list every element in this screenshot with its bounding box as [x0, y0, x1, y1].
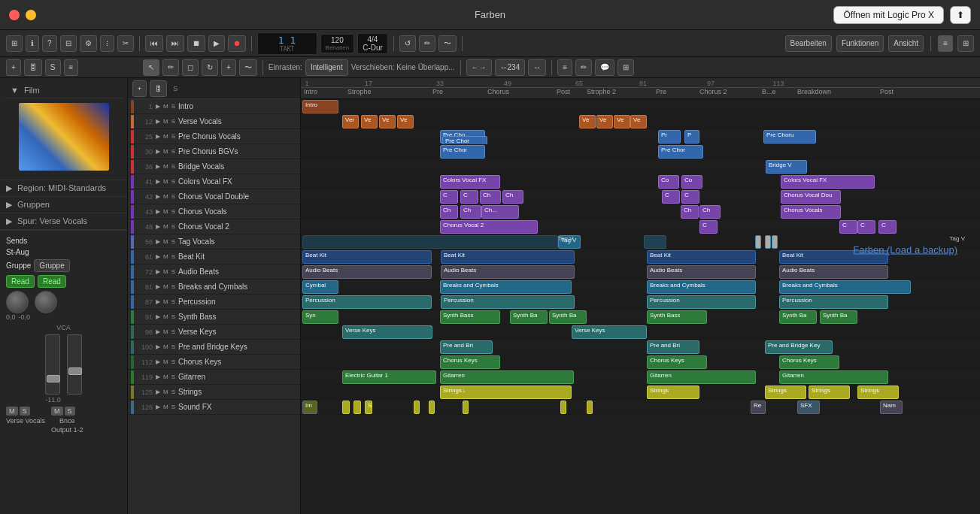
zoom-tool[interactable]: + — [221, 59, 236, 76]
add-track-btn[interactable]: + — [6, 59, 21, 76]
clip-chorusv2-5[interactable]: C — [878, 220, 897, 234]
ansicht-menu[interactable]: Ansicht — [888, 35, 924, 52]
clip-synthbass-5[interactable]: Synth Bass — [647, 310, 707, 324]
track-solo-btn[interactable]: S — [171, 238, 176, 245]
clip-chorusv2-3[interactable]: C — [839, 220, 857, 234]
clip-synthbass-2[interactable]: Synth Bass — [440, 310, 500, 324]
track-solo-btn[interactable]: S — [171, 178, 176, 185]
track-expand-btn[interactable]: ▶ — [155, 163, 161, 170]
pencil-btn[interactable]: ✏ — [419, 35, 435, 52]
clip-perc-4[interactable]: Percussion — [779, 295, 888, 309]
clip-chorusd-5[interactable]: C — [662, 190, 680, 204]
fader-track-2[interactable] — [67, 334, 82, 395]
clip-chorusv2-2[interactable]: C — [699, 220, 718, 234]
track-row[interactable]: 48 ▶ M S Chorus Vocal 2 — [128, 219, 300, 234]
clip-chorus-v-4[interactable]: Ch — [681, 205, 699, 219]
clip-guitar-2[interactable]: Gitarren — [440, 370, 574, 384]
track-expand-btn[interactable]: ▶ — [155, 373, 161, 380]
rewind-btn[interactable]: ⏮ — [145, 35, 163, 52]
clip-prebridgekeys-1[interactable]: Pre and Bri — [440, 340, 493, 354]
track-row[interactable]: 96 ▶ M S Verse Keys — [128, 325, 300, 340]
share-button[interactable]: ⬆ — [950, 6, 971, 24]
plugin-btn[interactable]: ⊞ — [617, 59, 634, 76]
track-row[interactable]: 30 ▶ M S Pre Chorus BGVs — [128, 144, 300, 159]
solo-btn-2[interactable]: S — [65, 407, 75, 416]
track-row[interactable]: 36 ▶ M S Bridge Vocals — [128, 159, 300, 174]
info-btn[interactable]: ℹ — [26, 35, 39, 52]
region-section[interactable]: ▶ Region: MIDI-Standards — [0, 180, 127, 197]
track-mute-btn[interactable]: M — [162, 328, 169, 335]
solo-btn-s[interactable]: S — [45, 59, 61, 76]
track-solo-btn[interactable]: S — [171, 223, 176, 230]
read-button-2[interactable]: Read — [38, 275, 66, 288]
clip-choruskeys-1[interactable]: Chorus Keys — [440, 355, 500, 369]
track-row[interactable]: 41 ▶ M S Colors Vocal FX — [128, 174, 300, 189]
farben-backup-link[interactable]: Farben (Load a backup) — [853, 244, 957, 255]
clip-chorus-v-3[interactable]: Ch... — [481, 205, 519, 219]
clip-prechorus-4[interactable]: P — [684, 130, 699, 144]
track-row[interactable]: 61 ▶ M S Beat Kit — [128, 249, 300, 265]
track-mute-btn[interactable]: M — [162, 103, 169, 110]
view-grid-btn[interactable]: ⊞ — [957, 35, 974, 52]
track-mute-btn[interactable]: M — [162, 178, 169, 185]
loop-btn[interactable]: ↺ — [399, 35, 416, 52]
track-expand-btn[interactable]: ▶ — [155, 178, 161, 185]
clip-chorusd-2[interactable]: C — [460, 190, 478, 204]
track-solo-btn[interactable]: S — [171, 133, 176, 140]
clip-strings-1[interactable]: Strings 𝅗𝅥 — [440, 386, 572, 399]
play-btn[interactable]: ▶ — [208, 35, 225, 52]
settings-btn[interactable]: ⊟ — [60, 35, 77, 52]
clip-guitar-3[interactable]: Gitarren — [647, 370, 756, 384]
clip-audiobeats-4[interactable]: Audio Beats — [779, 265, 888, 279]
clip-chorusd-4[interactable]: Ch — [502, 190, 523, 204]
clip-colorsfx-4[interactable]: Colors Vocal FX — [781, 175, 875, 189]
track-solo-btn[interactable]: S — [171, 298, 176, 305]
loop-tool[interactable]: ↻ — [202, 59, 218, 76]
clip-beatkit-2[interactable]: Beat Kit — [441, 250, 575, 264]
track-row[interactable]: 112 ▶ M S Chorus Keys — [128, 355, 300, 370]
track-row[interactable]: 56 ▶ M S Tag Vocals — [128, 234, 300, 249]
clip-sfx-8[interactable] — [560, 401, 566, 414]
clip-chorus-v-2[interactable]: Ch — [460, 205, 481, 219]
gear-btn[interactable]: ⚙ — [80, 35, 97, 52]
clip-tag-1[interactable] — [302, 235, 558, 249]
clip-strings-3[interactable]: Strings — [765, 386, 806, 399]
track-solo-btn[interactable]: S — [171, 118, 176, 125]
clip-chorusv2-4[interactable]: C — [857, 220, 875, 234]
scissors-btn[interactable]: ✂ — [117, 35, 134, 52]
clip-tag-6[interactable] — [772, 235, 778, 249]
track-solo-btn[interactable]: S — [171, 358, 176, 365]
clip-prebridgekeys-3[interactable]: Pre and Bridge Key — [765, 340, 833, 354]
track-mute-btn[interactable]: M — [162, 404, 169, 410]
track-solo-btn[interactable]: S — [171, 328, 176, 335]
track-expand-btn[interactable]: ▶ — [155, 223, 161, 230]
track-expand-btn[interactable]: ▶ — [155, 133, 161, 140]
track-row[interactable]: 87 ▶ M S Percussion — [128, 295, 300, 310]
track-row[interactable]: 119 ▶ M S Gitarren — [128, 370, 300, 385]
track-add-btn[interactable]: + — [132, 80, 147, 97]
track-solo-btn[interactable]: S — [171, 373, 176, 380]
track-solo-btn[interactable]: S — [171, 253, 176, 260]
track-expand-btn[interactable]: ▶ — [155, 298, 161, 305]
clip-audiobeats-3[interactable]: Audio Beats — [647, 265, 756, 279]
clip-versekeys-1[interactable]: Verse Keys — [342, 325, 432, 339]
zoom-out-btn[interactable]: ←→ — [466, 59, 492, 76]
clip-intro[interactable]: Intro — [302, 100, 338, 113]
knob-right[interactable] — [35, 291, 57, 313]
clip-strings-4[interactable]: Strings — [809, 386, 850, 399]
track-row[interactable]: 42 ▶ M S Chorus Vocal Double — [128, 189, 300, 204]
fader-track-1[interactable] — [45, 334, 60, 395]
clip-chorusd-6[interactable]: C — [681, 190, 699, 204]
track-mute-btn[interactable]: M — [162, 118, 169, 125]
track-mute-btn[interactable]: M — [162, 358, 169, 365]
clip-chorusd-1[interactable]: C — [440, 190, 458, 204]
track-mute-btn[interactable]: M — [162, 253, 169, 260]
clip-perc-3[interactable]: Percussion — [647, 295, 756, 309]
clip-colorsfx-3[interactable]: Co — [681, 175, 702, 189]
track-solo-btn[interactable]: S — [171, 193, 176, 200]
track-expand-btn[interactable]: ▶ — [155, 389, 161, 395]
knob-left[interactable] — [6, 291, 29, 313]
track-solo-btn[interactable]: S — [171, 208, 176, 215]
pencil-tool[interactable]: ✏ — [162, 59, 179, 76]
track-row[interactable]: 25 ▶ M S Pre Chorus Vocals — [128, 129, 300, 144]
